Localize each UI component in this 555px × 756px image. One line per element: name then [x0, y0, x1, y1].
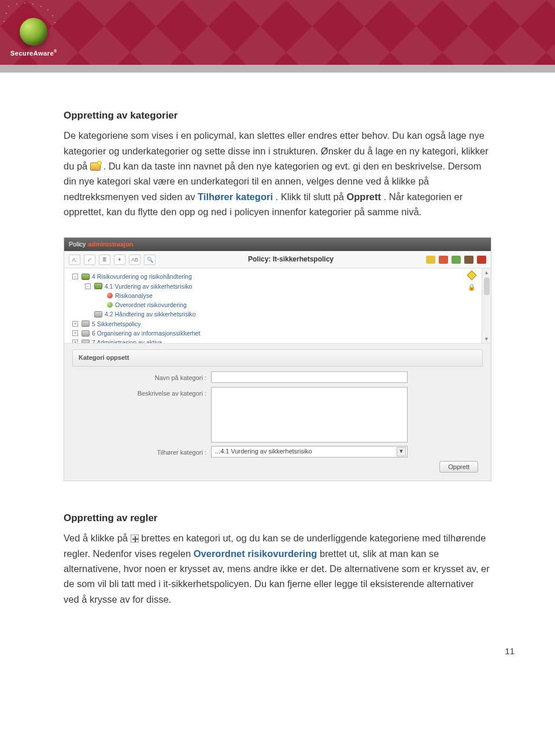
opprett-bold: Opprett [346, 191, 381, 202]
expand-icon[interactable]: + [72, 321, 78, 327]
folder-icon [82, 274, 90, 280]
toolbar-button[interactable]: 🔍 [144, 255, 156, 265]
collapse-icon[interactable]: - [72, 274, 78, 279]
tree-item[interactable]: +5 Sikkerhetspolicy [72, 319, 456, 329]
opprett-button[interactable]: Opprett [439, 461, 478, 473]
section2-text-a: Ved å klikke på [64, 533, 131, 543]
section2-paragraph: Ved å klikke på brettes en kategori ut, … [64, 530, 491, 607]
tree-label: Overordnet risikovurdering [115, 300, 187, 309]
form-heading: Kategori oppsett [72, 349, 483, 367]
status-icon[interactable] [452, 256, 461, 264]
red-icon [107, 293, 113, 298]
form-row-name: Navn på kategori : [72, 371, 483, 383]
sub-banner-bar [0, 65, 555, 73]
form-row-desc: Beskrivelse av kategori : [72, 387, 483, 442]
desc-label: Beskrivelse av kategori : [72, 387, 211, 399]
status-icon[interactable] [464, 256, 473, 264]
parent-label: Tilhører kategori : [72, 446, 211, 458]
section1-heading: Oppretting av kategorier [64, 108, 491, 123]
scroll-up-icon[interactable]: ▲ [484, 268, 489, 276]
tree-item[interactable]: -4.1 Vurdering av sikkerhetsrisiko [72, 282, 456, 291]
page-number: 11 [0, 640, 555, 673]
tree-item[interactable]: Overordnet risikovurdering [72, 300, 456, 309]
tree-label: 4.2 Håndtering av sikkerhetsrisiko [105, 309, 196, 319]
tree-item[interactable]: Risikoanalyse [72, 291, 456, 300]
gray-icon [82, 320, 90, 327]
page-banner: SecureAware® [0, 0, 555, 65]
expand-icon[interactable]: + [72, 330, 78, 336]
status-icon[interactable] [439, 256, 448, 264]
tilhorer-kategori-link: Tilhører kategori [198, 191, 273, 202]
form-buttons: Opprett [72, 461, 483, 473]
toolbar-button[interactable]: AB [129, 255, 140, 265]
tree-label: 4 Risikovurdering og risikohåndtering [92, 272, 192, 281]
scrollbar[interactable]: ▲ ▼ [482, 268, 491, 343]
section1-paragraph: De kategoriene som vises i en policymal,… [64, 128, 491, 219]
status-icon[interactable] [477, 256, 486, 264]
toolbar-button[interactable]: ⤢ [84, 255, 95, 265]
green-icon [107, 302, 113, 308]
tree-panel: -4 Risikovurdering og risikohåndtering-4… [64, 268, 491, 344]
tree-item[interactable]: +6 Organisering av informasjonssikkerhet [72, 329, 456, 338]
tree-label: 6 Organisering av informasjonssikkerhet [92, 329, 200, 338]
folder-icon [94, 283, 102, 289]
gray-icon [82, 340, 90, 344]
gray-icon [94, 311, 102, 318]
chevron-down-icon: ▼ [397, 447, 406, 456]
tree-item[interactable]: -4 Risikovurdering og risikohåndtering [72, 272, 456, 281]
category-tree: -4 Risikovurdering og risikohåndtering-4… [64, 268, 462, 343]
titlebar-admin: administrasjon [88, 239, 133, 250]
scroll-thumb[interactable] [484, 278, 490, 295]
expand-plus-icon [131, 534, 139, 543]
side-actions: 🔒 [462, 268, 482, 343]
toolbar: A: ⤢ ≣ ✦ AB 🔍 Policy: It-sikkerhetspolic… [64, 251, 491, 268]
category-name-input[interactable] [211, 371, 408, 383]
policy-title: Policy: It-sikkerhetspolicy [159, 254, 423, 265]
brand-name: SecureAware® [10, 49, 57, 57]
pin-icon[interactable] [467, 271, 477, 281]
section1-text-c: . Klikk til slutt på [276, 191, 347, 202]
window-titlebar: Policy administrasjon [64, 238, 491, 252]
toolbar-button[interactable]: A: [69, 255, 80, 265]
category-form: Kategori oppsett Navn på kategori : Besk… [64, 344, 491, 481]
app-screenshot: Policy administrasjon A: ⤢ ≣ ✦ AB 🔍 Poli… [64, 237, 491, 482]
lock-icon[interactable]: 🔒 [468, 282, 476, 293]
titlebar-prefix: Policy [69, 239, 86, 250]
form-row-parent: Tilhører kategori : ...4.1 Vurdering av … [72, 446, 483, 458]
tree-label: 4.1 Vurdering av sikkerhetsrisiko [105, 282, 192, 291]
new-category-icon [90, 163, 101, 171]
parent-selected-value: ...4.1 Vurdering av sikkerhetsrisiko [215, 447, 312, 457]
toolbar-button[interactable]: ✦ [114, 255, 125, 265]
page-body: Oppretting av kategorier De kategoriene … [0, 73, 555, 640]
overordnet-risikovurdering-link: Overordnet risikovurdering [194, 548, 317, 559]
gray-icon [82, 330, 90, 337]
expand-icon[interactable]: + [72, 340, 78, 343]
name-label: Navn på kategori : [72, 371, 211, 383]
tree-label: Risikoanalyse [115, 291, 153, 300]
scroll-down-icon[interactable]: ▼ [484, 335, 489, 343]
sphere-icon [20, 18, 47, 46]
tree-item[interactable]: 4.2 Håndtering av sikkerhetsrisiko [72, 309, 456, 319]
section2-heading: Oppretting av regler [64, 510, 491, 526]
collapse-icon[interactable]: - [85, 283, 91, 289]
status-icon[interactable] [426, 256, 435, 264]
parent-category-select[interactable]: ...4.1 Vurdering av sikkerhetsrisiko ▼ [211, 446, 408, 458]
tree-item[interactable]: +7 Administrasjon av aktiva [72, 338, 456, 343]
brand-logo: SecureAware® [10, 18, 57, 57]
tree-label: 7 Administrasjon av aktiva [92, 338, 162, 343]
toolbar-button[interactable]: ≣ [99, 255, 110, 265]
tree-label: 5 Sikkerhetspolicy [92, 319, 141, 329]
category-desc-textarea[interactable] [211, 387, 408, 442]
